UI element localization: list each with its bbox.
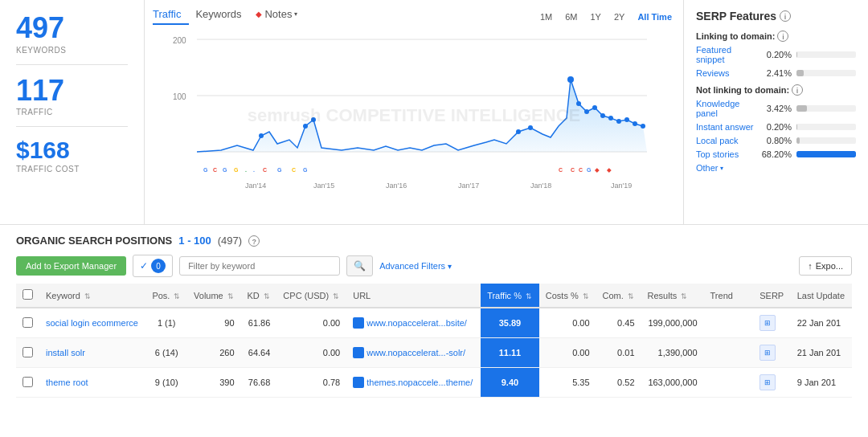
row-checkbox[interactable] (23, 317, 33, 328)
serp-icon[interactable]: ⊞ (760, 315, 776, 331)
reviews-link[interactable]: Reviews (696, 68, 755, 78)
last-update-cell: 22 Jan 201 (791, 308, 852, 338)
svg-text:C: C (213, 167, 217, 173)
svg-text:G: G (203, 167, 208, 173)
checkmark-icon: ✓ (140, 260, 148, 272)
search-button[interactable]: 🔍 (346, 255, 373, 276)
serp-cell[interactable]: ⊞ (753, 368, 790, 398)
url-link[interactable]: themes.nopaccele...theme/ (353, 377, 474, 388)
svg-point-9 (516, 129, 521, 134)
svg-point-12 (576, 101, 581, 106)
th-volume[interactable]: Volume ⇅ (187, 284, 240, 308)
results-cell: 163,000,000 (641, 368, 704, 398)
th-results[interactable]: Results ⇅ (641, 284, 704, 308)
time-6m[interactable]: 6M (562, 10, 580, 23)
export-button[interactable]: ↑ Expo... (799, 256, 852, 276)
results-cell: 1,390,000 (641, 338, 704, 368)
volume-cell: 390 (187, 368, 240, 398)
serp-cell[interactable]: ⊞ (753, 338, 790, 368)
svg-text:C: C (292, 167, 296, 173)
th-costs-pct[interactable]: Costs % ⇅ (539, 284, 596, 308)
keywords-stat: 497 KEYWORDS (16, 12, 128, 65)
adv-filters-chevron-icon: ▾ (448, 262, 452, 271)
svg-text:100: 100 (173, 92, 186, 101)
serp-featured-snippet: Featured snippet 0.20% (696, 45, 856, 64)
svg-point-15 (600, 113, 605, 118)
kd-cell: 61.86 (241, 308, 277, 338)
svg-text:Jan'17: Jan'17 (458, 182, 479, 190)
svg-text:Jan'16: Jan'16 (386, 182, 407, 190)
row-checkbox[interactable] (23, 377, 33, 387)
chart-svg-container: semrush COMPETITIVE INTELLIGENCE 200 100 (153, 31, 675, 200)
serp-cell[interactable]: ⊞ (753, 308, 790, 338)
time-alltime[interactable]: All Time (634, 10, 675, 23)
search-icon: 🔍 (354, 260, 366, 272)
keyword-link[interactable]: theme root (46, 378, 88, 387)
local-pack-bar (796, 137, 856, 144)
serp-icon[interactable]: ⊞ (760, 374, 776, 390)
organic-info-icon[interactable]: ? (248, 235, 260, 247)
top-stories-bar (796, 151, 856, 157)
not-linking-info-icon[interactable]: i (792, 84, 803, 96)
not-linking-label: Not linking to domain: i (696, 84, 856, 96)
instant-answer-link[interactable]: Instant answer (696, 122, 755, 132)
svg-point-20 (641, 124, 645, 129)
last-update-cell: 9 Jan 201 (791, 368, 852, 398)
traffic-pct-cell: 11.11 (481, 338, 539, 368)
url-link[interactable]: www.nopaccelerat...-solr/ (353, 347, 474, 358)
com-cell: 0.45 (596, 308, 641, 338)
other-row[interactable]: Other ▾ (696, 163, 856, 173)
trend-sparkline (710, 344, 747, 360)
cost-value: $168 (16, 137, 128, 163)
th-kd[interactable]: KD ⇅ (241, 284, 277, 308)
top-stories-link[interactable]: Top stories (696, 149, 755, 159)
serp-top-stories: Top stories 68.20% (696, 149, 856, 159)
filter-input[interactable] (179, 256, 340, 276)
time-1m[interactable]: 1M (537, 10, 555, 23)
time-1y[interactable]: 1Y (587, 10, 604, 23)
tab-keywords[interactable]: Keywords (195, 8, 249, 25)
featured-snippet-link[interactable]: Featured snippet (696, 45, 755, 64)
local-pack-link[interactable]: Local pack (696, 136, 755, 145)
section-title: ORGANIC SEARCH POSITIONS 1 - 100 (497) ? (16, 235, 852, 247)
export-arrow-icon: ↑ (808, 261, 813, 271)
kd-cell: 64.64 (241, 338, 277, 368)
svg-text:G: G (277, 167, 282, 173)
tab-notes[interactable]: ◆ Notes ▾ (256, 8, 305, 25)
cpc-cell: 0.78 (276, 368, 346, 398)
pos-cell: 9 (10) (145, 368, 187, 398)
serp-panel: SERP Features i Linking to domain: i Fea… (683, 0, 868, 224)
zero-badge: 0 (151, 259, 166, 273)
serp-info-icon[interactable]: i (780, 10, 791, 22)
svg-point-13 (584, 109, 589, 114)
th-pos[interactable]: Pos. ⇅ (145, 284, 187, 308)
knowledge-panel-link[interactable]: Knowledge panel (696, 99, 755, 118)
th-keyword[interactable]: Keyword ⇅ (39, 284, 145, 308)
time-2y[interactable]: 2Y (611, 10, 628, 23)
traffic-value: 117 (16, 75, 128, 107)
add-to-export-button[interactable]: Add to Export Manager (16, 256, 126, 276)
serp-icon[interactable]: ⊞ (760, 345, 776, 361)
check-button[interactable]: ✓ 0 (133, 255, 173, 277)
advanced-filters-button[interactable]: Advanced Filters ▾ (379, 261, 452, 271)
th-url: URL (346, 284, 481, 308)
th-cpc[interactable]: CPC (USD) ⇅ (276, 284, 346, 308)
tab-traffic[interactable]: Traffic (153, 8, 189, 25)
row-checkbox[interactable] (23, 347, 33, 357)
keyword-link[interactable]: social login ecommerce (46, 318, 138, 328)
select-all-checkbox[interactable] (23, 289, 33, 300)
knowledge-panel-bar (796, 105, 856, 112)
reviews-bar (796, 70, 856, 76)
linking-info-icon[interactable]: i (777, 31, 788, 42)
th-com[interactable]: Com. ⇅ (596, 284, 641, 308)
th-traffic-pct[interactable]: Traffic % ⇅ (481, 284, 539, 308)
keyword-link[interactable]: install solr (46, 348, 85, 357)
svg-point-11 (567, 76, 574, 83)
svg-text:G: G (587, 167, 592, 173)
url-link[interactable]: www.nopaccelerat...bsite/ (353, 317, 474, 329)
svg-text:C: C (571, 167, 575, 173)
trend-sparkline (710, 314, 747, 330)
url-icon (353, 347, 364, 358)
trend-sparkline (710, 374, 747, 390)
table-row: install solr 6 (14) 260 64.64 0.00 www.n… (16, 338, 852, 368)
